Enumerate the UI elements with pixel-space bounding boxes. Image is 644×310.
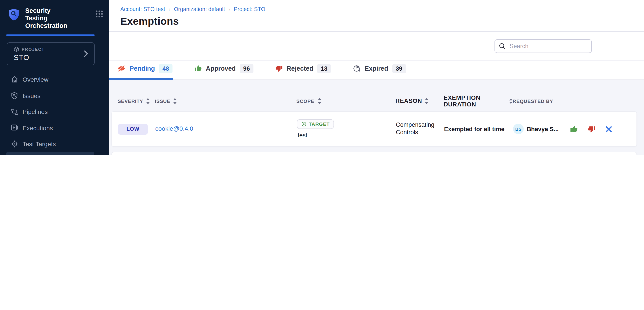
avatar: BS (513, 124, 524, 134)
column-header-exemption-duration[interactable]: EXEMPTION DURATION (444, 95, 513, 108)
breadcrumb-account-link[interactable]: Account: STO test (120, 6, 165, 12)
sidebar-item-label: Test Targets (22, 141, 56, 148)
tab-count-badge: 39 (392, 64, 406, 73)
breadcrumb-separator: › (228, 6, 230, 12)
app-switcher-icon[interactable] (96, 10, 103, 18)
tab-approved[interactable]: Approved 96 (194, 64, 253, 73)
sort-icon (509, 98, 513, 104)
accent-divider (6, 34, 95, 36)
requester-name: Bhavya S... (527, 126, 559, 132)
project-label: PROJECT (22, 47, 45, 52)
scope-name: test (298, 132, 308, 139)
issue-link[interactable]: cookie@0.4.0 (155, 125, 193, 132)
eye-slash-icon (117, 65, 126, 72)
search-input[interactable] (494, 39, 592, 53)
chevron-right-icon (84, 50, 88, 57)
tab-label: Approved (206, 65, 236, 72)
column-header-severity[interactable]: SEVERITY (118, 98, 155, 104)
active-tab-underline (109, 78, 174, 80)
sidebar-item-pipelines[interactable]: Pipelines (6, 104, 94, 120)
tab-count-badge: 48 (159, 64, 172, 73)
sort-icon (424, 98, 428, 104)
column-header-issue[interactable]: ISSUE (155, 98, 296, 104)
tab-label: Pending (130, 65, 155, 72)
exemption-duration-text: Exempted for all time (444, 126, 513, 132)
breadcrumb-organization-link[interactable]: Organization: default (174, 6, 225, 12)
target-scope-icon (301, 122, 306, 127)
thumbs-up-icon (570, 125, 578, 133)
tab-label: Expired (365, 65, 388, 72)
column-header-reason[interactable]: REASON (396, 97, 444, 105)
sidebar-item-label: Overview (22, 76, 48, 83)
sidebar-item-label: Executions (22, 124, 53, 131)
table-header: SEVERITY ISSUE SCOPE REASON EXEMPTION DU… (118, 95, 637, 108)
table-row: LOW cookie@0.4.0 TARGET test Compensatin… (112, 111, 637, 147)
home-icon (10, 75, 18, 84)
tab-count-badge: 13 (317, 64, 331, 73)
target-icon (10, 140, 18, 148)
reason-text: Compensating Controls (396, 122, 444, 137)
tab-bar: Pending 48 Approved 96 Rejected 13 Expir… (109, 60, 644, 80)
app-title: Security Testing Orchestration (25, 7, 73, 30)
tab-label: Rejected (286, 65, 314, 72)
sidebar-item-exemptions[interactable]: Exemptions (6, 152, 94, 155)
timer-expired-icon (353, 65, 361, 72)
breadcrumb-project-link[interactable]: Project: STO (234, 6, 266, 12)
pipelines-icon (10, 108, 18, 116)
thumbs-down-icon (276, 65, 283, 72)
sidebar-item-executions[interactable]: Executions (6, 120, 94, 136)
breadcrumb: Account: STO test › Organization: defaul… (120, 6, 644, 12)
main-content: Account: STO test › Organization: defaul… (109, 0, 644, 155)
table-rows: LOW cookie@0.4.0 TARGET test Compensatin… (112, 111, 637, 155)
search-box (494, 39, 592, 53)
search-icon (499, 43, 506, 49)
thumbs-up-icon (194, 65, 202, 72)
exemptions-table: SEVERITY ISSUE SCOPE REASON EXEMPTION DU… (109, 80, 644, 155)
sidebar-item-issues[interactable]: Issues (6, 88, 94, 104)
sidebar: Security Testing Orchestration PROJECT S… (0, 0, 109, 155)
reject-button[interactable] (588, 125, 595, 133)
tab-pending[interactable]: Pending 48 (117, 64, 172, 73)
toolbar (109, 31, 644, 60)
tab-rejected[interactable]: Rejected 13 (276, 64, 331, 73)
sidebar-item-label: Issues (22, 92, 40, 99)
sidebar-item-label: Pipelines (22, 108, 48, 115)
sidebar-nav: Overview Issues Pipelines Executions (0, 72, 109, 155)
shield-search-icon (10, 91, 18, 100)
app-window: Security Testing Orchestration PROJECT S… (0, 0, 644, 155)
column-header-requested-by: REQUESTED BY (513, 99, 568, 104)
app-logo-shield-icon (8, 8, 20, 21)
sort-icon (146, 98, 150, 104)
severity-badge: LOW (118, 123, 148, 135)
sort-icon (317, 98, 321, 104)
page-title: Exemptions (120, 15, 644, 27)
app-header: Security Testing Orchestration (0, 0, 109, 30)
approve-button[interactable] (570, 125, 578, 133)
cancel-button[interactable] (606, 126, 612, 132)
breadcrumb-separator: › (168, 6, 170, 12)
executions-play-icon (10, 124, 18, 132)
page-header: Account: STO test › Organization: defaul… (109, 0, 644, 31)
sort-icon (173, 98, 177, 104)
table-row: MEDIUM json5@2.2.0: Prototype Pollution … (112, 152, 637, 155)
project-cube-icon (14, 46, 19, 52)
sidebar-item-test-targets[interactable]: Test Targets (6, 136, 94, 152)
thumbs-down-icon (588, 125, 595, 133)
project-name: STO (14, 53, 94, 62)
close-icon (606, 126, 612, 132)
column-header-scope[interactable]: SCOPE (296, 98, 396, 104)
tab-count-badge: 96 (240, 64, 254, 73)
sidebar-item-overview[interactable]: Overview (6, 72, 94, 88)
scope-badge: TARGET (297, 119, 334, 129)
project-selector[interactable]: PROJECT STO (7, 42, 95, 65)
tab-expired[interactable]: Expired 39 (353, 64, 406, 73)
